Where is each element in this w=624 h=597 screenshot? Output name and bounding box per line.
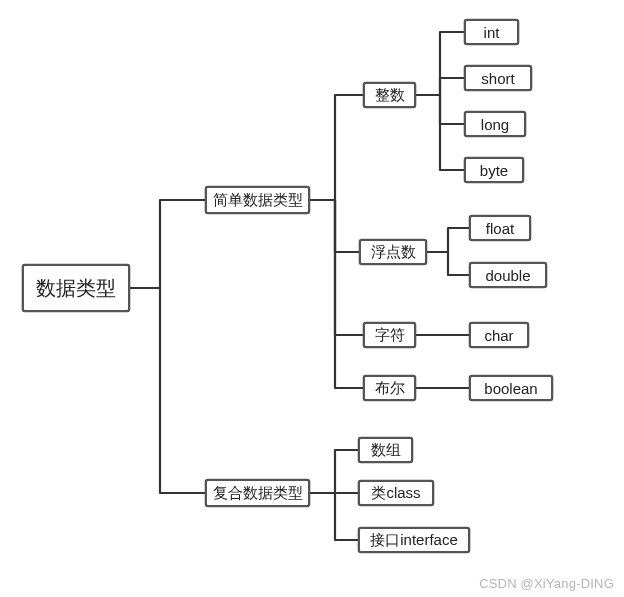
double-leaf: double (469, 262, 547, 288)
class-leaf: 类class (358, 480, 434, 506)
simple-types-label: 简单数据类型 (213, 191, 303, 210)
root-label: 数据类型 (36, 275, 116, 302)
root-node: 数据类型 (22, 264, 130, 312)
float-node: 浮点数 (359, 239, 427, 265)
char-group-label: 字符 (375, 326, 405, 345)
simple-types-node: 简单数据类型 (205, 186, 310, 214)
watermark-text: CSDN @XiYang-DING (479, 576, 614, 591)
interface-label: 接口interface (370, 531, 458, 550)
float-leaf: float (469, 215, 531, 241)
double-label: double (485, 267, 530, 284)
class-label: 类class (371, 484, 420, 503)
float-label: float (486, 220, 514, 237)
boolean-leaf: boolean (469, 375, 553, 401)
array-leaf: 数组 (358, 437, 413, 463)
composite-types-label: 复合数据类型 (213, 484, 303, 503)
int-leaf: int (464, 19, 519, 45)
bool-group-label: 布尔 (375, 379, 405, 398)
short-leaf: short (464, 65, 532, 91)
array-label: 数组 (371, 441, 401, 460)
boolean-label: boolean (484, 380, 537, 397)
interface-leaf: 接口interface (358, 527, 470, 553)
integer-node: 整数 (363, 82, 416, 108)
short-label: short (481, 70, 514, 87)
long-leaf: long (464, 111, 526, 137)
long-label: long (481, 116, 509, 133)
char-label: char (484, 327, 513, 344)
byte-label: byte (480, 162, 508, 179)
char-leaf: char (469, 322, 529, 348)
int-label: int (484, 24, 500, 41)
bool-node: 布尔 (363, 375, 416, 401)
integer-label: 整数 (375, 86, 405, 105)
composite-types-node: 复合数据类型 (205, 479, 310, 507)
float-group-label: 浮点数 (371, 243, 416, 262)
char-node: 字符 (363, 322, 416, 348)
byte-leaf: byte (464, 157, 524, 183)
